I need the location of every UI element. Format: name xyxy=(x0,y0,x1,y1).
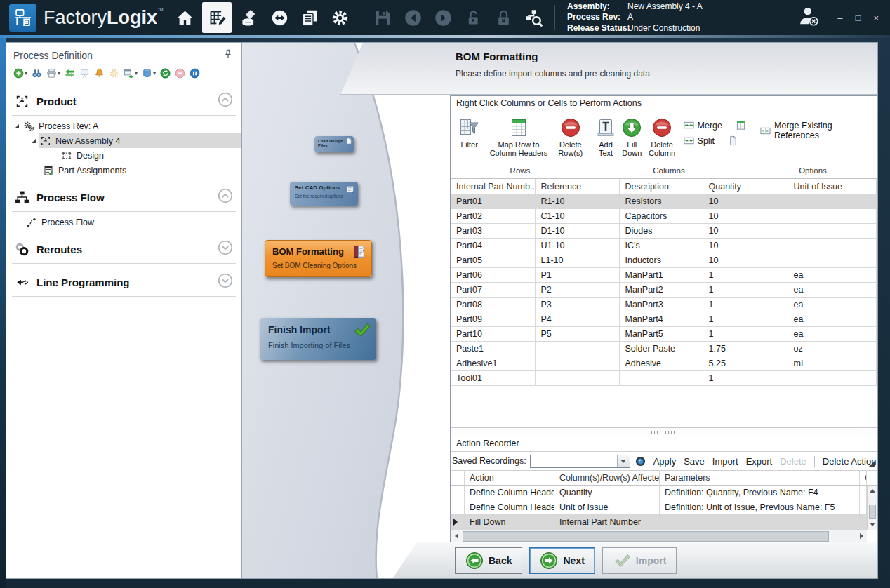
bom-cell[interactable]: Part09 xyxy=(451,312,535,327)
import-button[interactable]: Import xyxy=(602,547,677,574)
flow-step-bom-formatting[interactable]: BOM FormattingSet BOM Cleaning Options xyxy=(265,240,372,277)
recorder-row-define-column-header[interactable]: Define Column HeaderUnit of IssueDefinit… xyxy=(451,500,867,515)
presentation-button[interactable] xyxy=(78,67,91,80)
bom-row-part10[interactable]: Part10P5ManPart51ea xyxy=(451,327,877,342)
bom-cell[interactable] xyxy=(788,209,876,224)
binoculars-button[interactable] xyxy=(30,67,44,80)
tree-item-design[interactable]: Design xyxy=(6,148,241,163)
bom-cell[interactable] xyxy=(535,356,619,371)
bom-row-tool01[interactable]: Tool011 xyxy=(451,371,877,386)
tree-item-part-assignments[interactable]: Part Assignments xyxy=(6,163,241,178)
recorder-cell-action[interactable]: Define Column Header xyxy=(465,486,554,500)
bom-row-adhesive1[interactable]: Adhesive1Adhesive5.25mL xyxy=(451,356,877,371)
bom-cell[interactable]: P3 xyxy=(535,298,619,312)
bom-cell[interactable]: Solder Paste xyxy=(619,342,703,356)
scroll-up-button[interactable] xyxy=(868,486,877,496)
remove-button[interactable] xyxy=(173,67,187,80)
bom-cell[interactable]: 10 xyxy=(703,209,788,224)
delete-row-s-button[interactable]: Delete Row(s) xyxy=(553,116,588,159)
bom-cell[interactable]: ea xyxy=(788,312,876,327)
recorder-cell-extra[interactable] xyxy=(860,486,867,500)
bom-cell[interactable]: C1-10 xyxy=(535,209,619,224)
section-expand-button[interactable] xyxy=(218,240,233,258)
home-button[interactable] xyxy=(172,5,197,30)
bom-row-part03[interactable]: Part03D1-10Diodes10 xyxy=(451,224,877,239)
bom-cell[interactable]: ea xyxy=(788,283,876,298)
split-button[interactable]: Split xyxy=(684,135,746,146)
bell-button[interactable] xyxy=(93,67,106,80)
resize-grip-icon[interactable] xyxy=(868,461,875,467)
bom-cell[interactable] xyxy=(535,371,619,386)
sync-button[interactable] xyxy=(267,5,292,30)
bom-cell[interactable] xyxy=(788,239,876,253)
bom-cell[interactable]: Part02 xyxy=(451,209,535,224)
tree-item-new-assembly-4[interactable]: New Assembly 4 xyxy=(6,133,241,148)
bom-cell-empty[interactable] xyxy=(876,239,877,253)
bom-cell[interactable] xyxy=(788,194,876,209)
bom-cell[interactable]: Part03 xyxy=(451,224,535,239)
bom-cell-empty[interactable] xyxy=(876,298,877,312)
bom-cell-empty[interactable] xyxy=(876,209,877,224)
bom-cell-empty[interactable] xyxy=(876,224,877,239)
bom-row-part07[interactable]: Part07P2ManPart21ea xyxy=(451,283,877,298)
scrollbar-thumb[interactable] xyxy=(869,505,876,519)
recorder-save-button[interactable]: Save xyxy=(684,456,705,467)
bom-cell[interactable]: Paste1 xyxy=(451,342,535,356)
bom-cell[interactable] xyxy=(619,371,703,386)
pin-button[interactable] xyxy=(223,49,233,61)
recorder-row-fill-down[interactable]: Fill DownInternal Part Number xyxy=(451,515,867,530)
bom-cell[interactable]: 1 xyxy=(703,371,788,386)
bom-column-header-unit-of-issue[interactable]: Unit of Issue xyxy=(788,179,876,194)
bom-cell[interactable]: P1 xyxy=(535,268,619,283)
bom-row-paste1[interactable]: Paste1Solder Paste1.75oz xyxy=(451,342,877,356)
recorder-export-button[interactable]: Export xyxy=(746,456,773,467)
bom-cell[interactable]: 5.25 xyxy=(703,356,788,371)
section-collapse-button[interactable] xyxy=(218,188,233,206)
bom-cell[interactable]: Part04 xyxy=(451,239,535,253)
filter-button[interactable]: Filter xyxy=(454,116,484,150)
panel-splitter[interactable] xyxy=(451,427,877,436)
bom-cell-empty[interactable] xyxy=(876,356,877,371)
bom-row-part06[interactable]: Part06P1ManPart11ea xyxy=(451,268,877,283)
bom-column-header-reference[interactable]: Reference xyxy=(535,179,619,194)
user-logout-button[interactable] xyxy=(798,6,819,29)
delete-column-button[interactable]: Delete Column xyxy=(646,116,678,159)
bom-cell[interactable]: Resistors xyxy=(619,194,703,209)
bom-cell[interactable]: P5 xyxy=(535,327,619,342)
bom-cell[interactable] xyxy=(788,224,876,239)
bom-cell[interactable]: Tool01 xyxy=(451,371,535,386)
recorder-cell-parameters[interactable]: Definition: Quantity, Previous Name: F4 xyxy=(660,486,860,500)
bom-cell[interactable]: ManPart3 xyxy=(619,298,703,312)
merge-button[interactable]: Merge xyxy=(684,120,746,131)
delete-database-button[interactable]: ▾ xyxy=(140,67,157,80)
bom-cell[interactable]: 10 xyxy=(703,224,788,239)
record-button[interactable] xyxy=(635,456,646,467)
section-header-reroutes[interactable]: Reroutes xyxy=(6,234,241,263)
bom-row-part09[interactable]: Part09P4ManPart41ea xyxy=(451,312,877,327)
data-import-button[interactable] xyxy=(237,5,262,30)
bom-cell-empty[interactable] xyxy=(876,283,877,298)
section-header-product[interactable]: Product xyxy=(6,86,241,115)
recorder-cell-affected[interactable]: Internal Part Number xyxy=(554,515,660,530)
flow-step-load-design-files[interactable]: Load Design Files xyxy=(314,136,354,152)
save-button[interactable] xyxy=(370,5,395,30)
bom-cell[interactable]: Part06 xyxy=(451,268,535,283)
flow-step-finish-import[interactable]: Finish ImportFinish Importing of Files xyxy=(260,318,376,360)
bom-cell[interactable]: mL xyxy=(788,356,876,371)
bom-cell[interactable]: Diodes xyxy=(619,224,703,239)
bom-cell[interactable]: Capacitors xyxy=(619,209,703,224)
bom-cell[interactable]: ea xyxy=(788,268,876,283)
scroll-left-button[interactable] xyxy=(451,533,462,539)
puzzle-swap-button[interactable] xyxy=(63,67,77,80)
recorder-cell-affected[interactable]: Unit of Issue xyxy=(554,500,660,515)
recorder-column-header-action[interactable]: Action xyxy=(465,470,554,486)
bom-cell[interactable]: 10 xyxy=(703,253,788,268)
section-collapse-button[interactable] xyxy=(218,92,233,110)
recorder-cell-extra[interactable] xyxy=(860,500,867,515)
bom-cell[interactable]: Part08 xyxy=(451,298,535,312)
bom-cell[interactable]: ea xyxy=(788,298,876,312)
scroll-right-button[interactable] xyxy=(856,533,867,539)
bom-cell[interactable]: Part10 xyxy=(451,327,535,342)
export-window-button[interactable]: ▾ xyxy=(122,67,139,80)
section-expand-button[interactable] xyxy=(218,273,233,291)
